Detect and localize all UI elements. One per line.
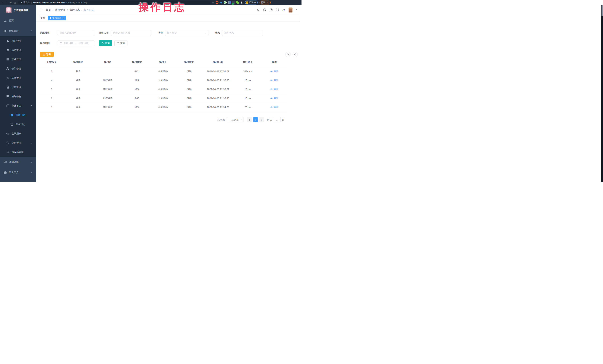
sidebar-item-online-users[interactable]: 在线用户 [0, 129, 36, 138]
toggle-search-button[interactable] [285, 52, 290, 57]
security-warning-icon[interactable]: ▲ [20, 1, 23, 4]
table-row: 4菜单修改菜单修改芋道源码成功2021-04-26 22:37:2515 ms详… [38, 76, 287, 85]
end-date-placeholder: 结束日期 [79, 42, 88, 45]
sidebar-item-post-management[interactable]: 岗位管理 [0, 73, 36, 83]
detail-link[interactable]: 详细 [270, 70, 278, 73]
shield-icon [6, 142, 9, 144]
online-icon [6, 132, 9, 135]
menu-list-icon [6, 58, 9, 61]
chevron-down-icon[interactable] [296, 10, 297, 11]
browser-update-button[interactable]: 更新 ⋮ [259, 0, 271, 4]
avatar[interactable] [289, 7, 293, 13]
chevron-up-icon [30, 105, 33, 107]
extension-switch-icon[interactable]: on [232, 1, 235, 4]
table-row: 5角色导出芋道源码成功2021-04-28 17:52:093634 ms详细 [38, 67, 287, 76]
search-button[interactable]: 搜索 [99, 40, 112, 46]
sidebar-item-user-management[interactable]: 用户管理 [0, 36, 36, 45]
table-header-cell: 操作名 [91, 57, 124, 67]
time-range-input[interactable]: 开始日期 - 结束日期 [58, 40, 94, 46]
extension-green-y-icon[interactable]: y [224, 1, 227, 4]
browser-toolbar: ← → ↻ ⌂ ▲ 不安全 | dashboard.yudao.iocoder.… [0, 0, 302, 5]
table-cell: 成功 [176, 85, 202, 94]
table-cell: 菜单 [65, 94, 91, 103]
detail-link[interactable]: 详细 [270, 88, 278, 91]
module-input[interactable]: 请输入系统模块 [58, 30, 94, 36]
github-icon[interactable] [263, 8, 267, 11]
close-icon[interactable]: ✕ [63, 17, 64, 19]
table-cell: 芋道源码 [150, 67, 176, 76]
sidebar-item-dev-tools[interactable]: 研发工具 [0, 167, 36, 178]
paused-badge[interactable]: 已暂停 [245, 0, 258, 4]
sidebar-item-menu-management[interactable]: 菜单管理 [0, 55, 36, 64]
table-cell: 25 ms [234, 103, 262, 112]
refresh-table-button[interactable] [293, 52, 298, 57]
sidebar-item-infrastructure[interactable]: 基础设施 [0, 157, 36, 167]
tab-home[interactable]: 首页 [39, 16, 47, 21]
hamburger-icon[interactable] [39, 8, 42, 12]
sidebar-item-role-management[interactable]: 角色管理 [0, 45, 36, 55]
fullscreen-icon[interactable] [276, 8, 279, 11]
sidebar-item-error-code-management[interactable]: 错误码管理 [0, 148, 36, 157]
browser-home-icon[interactable]: ⌂ [13, 1, 17, 4]
operator-input[interactable]: 请输入操作人员 [111, 30, 151, 36]
extension-orange-ring-icon[interactable] [216, 1, 219, 4]
extension-blue-drop-icon[interactable] [220, 1, 222, 4]
search-icon[interactable] [257, 8, 260, 11]
goto-page-input[interactable]: 1 [273, 117, 281, 122]
extension-grid-icon[interactable] [228, 1, 231, 4]
table-cell: 修改 [124, 85, 150, 94]
sidebar-item-home[interactable]: 首页 [0, 15, 36, 26]
breadcrumb-item[interactable]: 系统管理 [55, 8, 65, 12]
font-size-icon[interactable]: TT [282, 8, 285, 11]
table-cell-actions: 详细 [262, 94, 287, 103]
type-select[interactable]: 操作类型 [165, 30, 209, 36]
tab-operate-log[interactable]: 操作日志 ✕ [48, 16, 66, 21]
sidebar-item-sms-management[interactable]: 短信管理 [0, 138, 36, 148]
sidebar-item-department-management[interactable]: 部门管理 [0, 64, 36, 73]
breadcrumb-item[interactable]: 审计日志 [70, 8, 80, 12]
table-cell: 菜单 [65, 76, 91, 85]
eye-icon [270, 97, 273, 99]
detail-link[interactable]: 详细 [270, 78, 278, 82]
tag-tabs-bar: 首页 操作日志 ✕ [36, 15, 300, 21]
export-button[interactable]: 导出 [40, 52, 54, 57]
update-button-label: 更新 [261, 1, 266, 4]
status-select[interactable]: 操作状态 [222, 30, 263, 36]
sidebar-logo-row[interactable]: 芋道管理系统 [0, 5, 36, 15]
table-cell-actions: 详细 [262, 76, 287, 85]
browser-back-icon[interactable]: ← [1, 1, 5, 4]
extension-knight-icon[interactable]: ♞ [240, 1, 243, 4]
operator-placeholder: 请输入操作人员 [113, 31, 130, 34]
detail-link[interactable]: 详细 [270, 97, 278, 100]
sidebar-item-login-log[interactable]: 登录日志 [0, 120, 36, 129]
page-1-button[interactable]: 1 [253, 117, 258, 122]
sidebar-item-audit-log[interactable]: 审计日志 [0, 101, 36, 110]
chevron-down-icon [30, 142, 33, 144]
gear-icon [4, 30, 7, 33]
table-cell: 芋道源码 [150, 85, 176, 94]
browser-forward-icon[interactable]: → [5, 1, 9, 4]
table-header-cell: 操作模块 [65, 57, 91, 67]
page-size-select[interactable]: 10条/页 [227, 117, 244, 122]
help-icon[interactable] [269, 8, 273, 11]
chevron-up-icon [30, 30, 33, 32]
next-page-button[interactable]: ❯ [259, 117, 264, 122]
sidebar-item-notice-announcement[interactable]: 通知公告 [0, 92, 36, 101]
sidebar-item-dict-management[interactable]: 字典管理 [0, 83, 36, 92]
sidebar-item-label: 岗位管理 [12, 76, 21, 80]
browser-reload-icon[interactable]: ↻ [9, 1, 13, 4]
sidebar-item-operate-log[interactable]: 操作日志 [0, 110, 36, 120]
extension-leaf-icon[interactable] [236, 1, 239, 4]
sidebar-item-system-management[interactable]: 系统管理 [0, 26, 36, 36]
prev-page-button[interactable]: ❮ [247, 117, 252, 122]
breadcrumb-item[interactable]: 首页 [46, 8, 51, 12]
reset-button[interactable]: 重置 [115, 40, 128, 46]
detail-link[interactable]: 详细 [270, 106, 278, 109]
org-tree-icon [6, 67, 9, 70]
table-cell: 成功 [176, 94, 202, 103]
operate-log-table: 日志编号操作模块操作名操作类型操作人操作结果操作日期执行时长操作 5角色导出芋道… [38, 57, 287, 112]
address-bar[interactable]: ▲ 不安全 | dashboard.yudao.iocoder.cn /syst… [18, 0, 210, 4]
export-button-label: 导出 [46, 53, 51, 56]
browser-menu-icon[interactable]: ⋮ [267, 1, 269, 4]
bookmark-star-icon[interactable]: ☆ [210, 1, 215, 4]
